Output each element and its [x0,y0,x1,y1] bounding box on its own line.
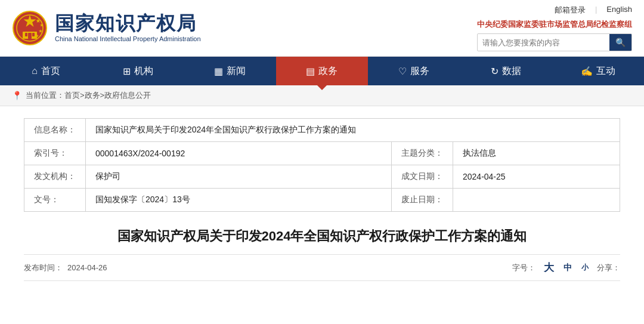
info-docno-label: 文号： [24,189,86,212]
search-button[interactable]: 🔍 [609,33,631,51]
info-docno-value: 国知发保字〔2024〕13号 [86,189,392,212]
nav-service[interactable]: ♡ 服务 [368,57,460,85]
search-box: 🔍 [477,33,632,51]
info-category-label: 主题分类： [391,142,453,165]
font-medium-btn[interactable]: 中 [564,263,572,273]
nav-org-label: 机构 [134,65,153,78]
logo-cn: 国家知识产权局 [55,14,201,33]
info-index-label: 索引号： [24,142,86,165]
publish-time: 2024-04-26 [67,263,107,272]
article-meta-left: 发布时间： 2024-04-26 [24,263,107,273]
info-name-row: 信息名称： 国家知识产权局关于印发2024年全国知识产权行政保护工作方案的通知 [24,119,620,142]
info-name-label: 信息名称： [24,119,86,142]
font-small-btn[interactable]: 小 [581,263,589,273]
nav-policy-label: 政务 [318,65,338,78]
interact-icon: ✍ [581,66,593,77]
info-expire-label: 废止日期： [391,189,453,212]
font-large-btn[interactable]: 大 [544,261,554,274]
info-name-value: 国家知识产权局关于印发2024年全国知识产权行政保护工作方案的通知 [86,119,620,142]
nav-data-label: 数据 [502,65,521,78]
info-expire-value [453,189,620,212]
article-title: 国家知识产权局关于印发2024年全国知识产权行政保护工作方案的通知 [24,226,620,246]
lang-link[interactable]: English [606,5,632,16]
sep: | [595,5,597,16]
nav-home-label: 首页 [41,65,60,78]
article-meta: 发布时间： 2024-04-26 字号： 大 中 小 分享： [24,254,620,281]
page-header: 国家知识产权局 China National Intellectual Prop… [0,0,644,57]
info-category-value: 执法信息 [453,142,620,165]
nav-interact[interactable]: ✍ 互动 [552,57,644,85]
mailbox-login-link[interactable]: 邮箱登录 [555,5,586,16]
policy-icon: ▤ [306,66,315,77]
info-docno-row: 文号： 国知发保字〔2024〕13号 废止日期： [24,189,620,212]
home-icon: ⌂ [32,66,38,76]
info-org-row: 发文机构： 保护司 成文日期： 2024-04-25 [24,165,620,189]
info-table: 信息名称： 国家知识产权局关于印发2024年全国知识产权行政保护工作方案的通知 … [24,118,620,212]
article-meta-right: 字号： 大 中 小 分享： [512,261,620,274]
nav-news[interactable]: ▦ 新闻 [184,57,276,85]
info-date-label: 成文日期： [391,165,453,189]
nav-interact-label: 互动 [596,65,615,78]
share-label: 分享： [597,263,620,273]
info-date-value: 2024-04-25 [453,165,620,189]
info-index-value: 00001463X/2024-00192 [86,142,392,165]
org-icon: ⊞ [123,66,131,77]
logo-en: China National Intellectual Property Adm… [55,35,201,42]
publish-time-label: 发布时间： [24,263,63,273]
header-right: 邮箱登录 | English 中央纪委国家监委驻市场监管总局纪检监察组 🔍 [477,5,632,51]
nav-org[interactable]: ⊞ 机构 [92,57,184,85]
location-icon: 📍 [12,91,22,100]
header-top-links: 邮箱登录 | English [555,5,632,16]
data-icon: ↻ [491,66,499,77]
news-icon: ▦ [214,66,223,77]
search-input[interactable] [478,36,609,50]
svg-rect-8 [25,33,27,36]
info-org-value: 保护司 [86,165,392,189]
info-index-row: 索引号： 00001463X/2024-00192 主题分类： 执法信息 [24,142,620,165]
main-nav: ⌂ 首页 ⊞ 机构 ▦ 新闻 ▤ 政务 ♡ 服务 ↻ 数据 ✍ 互动 [0,57,644,85]
info-org-label: 发文机构： [24,165,86,189]
nav-home[interactable]: ⌂ 首页 [0,57,92,85]
service-icon: ♡ [398,66,407,77]
nav-data[interactable]: ↻ 数据 [460,57,552,85]
nav-service-label: 服务 [410,65,429,78]
logo-emblem [12,10,48,46]
font-size-label: 字号： [512,263,535,273]
logo-text-block: 国家知识产权局 China National Intellectual Prop… [55,14,201,42]
svg-rect-10 [28,33,32,39]
nav-news-label: 新闻 [227,65,246,78]
nav-policy[interactable]: ▤ 政务 [276,57,368,85]
main-content: 信息名称： 国家知识产权局关于印发2024年全国知识产权行政保护工作方案的通知 … [0,106,644,299]
breadcrumb: 当前位置：首页>政务>政府信息公开 [26,90,151,101]
logo-area: 国家知识产权局 China National Intellectual Prop… [12,10,201,46]
discipline-link[interactable]: 中央纪委国家监委驻市场监管总局纪检监察组 [477,19,632,30]
svg-rect-9 [32,33,35,36]
